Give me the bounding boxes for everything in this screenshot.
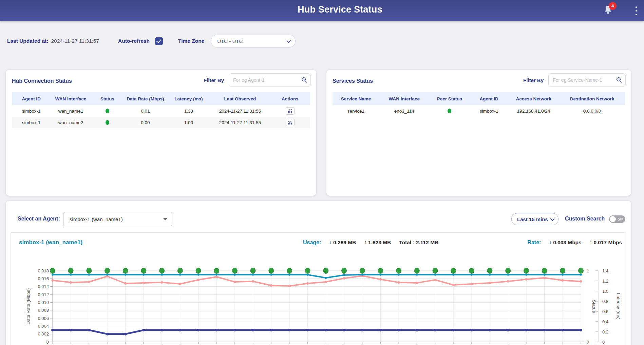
- usage-download: ↓0.289 MB: [329, 239, 356, 246]
- svg-text:0.012: 0.012: [38, 292, 49, 297]
- hub-filter-label: Filter By: [204, 77, 224, 83]
- cell-status: [91, 120, 124, 125]
- auto-refresh-label: Auto-refresh: [118, 38, 150, 44]
- notification-badge: 4: [609, 2, 617, 10]
- status-dot-up: [106, 109, 109, 113]
- search-icon[interactable]: [301, 77, 307, 84]
- auto-refresh-checkbox[interactable]: [155, 37, 163, 45]
- usage-label: Usage:: [303, 239, 321, 246]
- rate-upload: ↑0.017 Mbps: [590, 239, 622, 246]
- traffic-chart-card: simbox-1 (wan_name1) Usage: ↓0.289 MB ↑1…: [11, 232, 626, 345]
- svg-text:0: 0: [587, 340, 589, 345]
- kebab-dot: [636, 10, 637, 12]
- cell-latency: 1.33: [167, 109, 210, 114]
- cell-status: [91, 109, 124, 113]
- svg-text:0: 0: [46, 340, 49, 345]
- up-arrow-icon: ↑: [590, 239, 592, 245]
- svg-text:0.006: 0.006: [38, 316, 49, 321]
- table-row: simbox-1wan_name10.011.332024-11-27 11:3…: [12, 105, 310, 117]
- cell-wan_interface: wan_name2: [51, 120, 91, 125]
- column-header-last_observed: Last Observed: [210, 96, 270, 101]
- kebab-menu-button[interactable]: [633, 6, 639, 16]
- svg-text:0.016: 0.016: [38, 276, 49, 281]
- custom-search-toggle[interactable]: OFF: [609, 215, 625, 223]
- svg-text:Latency (ms): Latency (ms): [616, 293, 621, 320]
- column-header-wan_interface: WAN Interface: [51, 96, 91, 101]
- usage-total: Total : 2.112 MB: [399, 239, 438, 246]
- svg-text:0.4: 0.4: [602, 319, 608, 324]
- svg-text:0.008: 0.008: [38, 308, 49, 313]
- column-header-actions: Actions: [270, 96, 310, 101]
- svg-text:0.018: 0.018: [38, 268, 49, 273]
- caret-down-icon: [163, 218, 167, 221]
- column-header-agent_id: Agent ID: [12, 96, 51, 101]
- cell-agent_id: simbox-1: [12, 109, 51, 114]
- timezone-select[interactable]: UTC - UTC: [211, 35, 296, 47]
- cell-latency: 1.00: [167, 120, 210, 125]
- cell-last_observed: 2024-11-27 11:31:55: [210, 120, 270, 125]
- svg-text:0.8: 0.8: [602, 299, 608, 304]
- column-header-access_network: Access Network: [508, 96, 559, 101]
- agent-chart-section: Select an Agent: simbox-1 (wan_name1) La…: [6, 201, 631, 345]
- traffic-chart: 00.0020.0040.0060.0080.0100.0120.0140.01…: [11, 252, 626, 345]
- toggle-knob: [610, 216, 616, 222]
- up-arrow-icon: ↑: [364, 239, 367, 245]
- svg-text:0.014: 0.014: [38, 284, 49, 289]
- rate-download: ↓0.003 Mbps: [549, 239, 581, 246]
- down-arrow-icon: ↓: [549, 239, 552, 245]
- svg-text:0.6: 0.6: [602, 309, 608, 314]
- time-range-select[interactable]: Last 15 mins: [511, 213, 558, 225]
- svg-text:0.004: 0.004: [38, 324, 49, 329]
- agent-select[interactable]: simbox-1 (wan_name1): [63, 212, 172, 226]
- services-table: Service NameWAN InterfacePeer StatusAgen…: [333, 92, 625, 117]
- usage-upload: ↑1.823 MB: [364, 239, 391, 246]
- view-chart-button[interactable]: [286, 119, 295, 126]
- view-chart-button[interactable]: [286, 107, 295, 115]
- cell-data_rate: 0.00: [124, 120, 167, 125]
- toggle-state-label: OFF: [618, 218, 623, 221]
- kebab-dot: [636, 6, 637, 8]
- cell-access_network: 192.168.41.0/24: [508, 109, 559, 114]
- status-dot-up: [448, 109, 451, 113]
- page-title: Hub Service Status: [298, 4, 382, 15]
- last-updated-value: 2024-11-27 11:31:57: [51, 38, 99, 44]
- cell-peer_status: [429, 109, 470, 113]
- svg-text:1: 1: [587, 268, 589, 273]
- hub-connection-status-panel: Hub Connection Status Filter By Agent ID…: [6, 70, 316, 196]
- hub-filter-input[interactable]: [229, 73, 311, 87]
- status-dot-up: [106, 120, 109, 125]
- cell-destination_network: 0.0.0.0/0: [559, 109, 625, 114]
- svg-text:1.0: 1.0: [602, 289, 608, 294]
- notification-bell-button[interactable]: 4: [603, 4, 615, 17]
- services-filter-input[interactable]: [548, 73, 626, 87]
- select-agent-label: Select an Agent:: [18, 216, 60, 222]
- rate-label: Rate:: [527, 239, 541, 246]
- svg-text:0.010: 0.010: [38, 300, 49, 305]
- column-header-data_rate: Data Rate (Mbps): [124, 96, 167, 101]
- svg-text:0.002: 0.002: [38, 331, 49, 337]
- hub-panel-title: Hub Connection Status: [12, 78, 72, 84]
- cell-wan_interface: wan_name1: [51, 109, 91, 114]
- column-header-agent_id: Agent ID: [470, 96, 508, 101]
- cell-data_rate: 0.01: [124, 109, 167, 114]
- svg-text:1.4: 1.4: [602, 268, 608, 273]
- column-header-status: Status: [91, 96, 124, 101]
- app-header: Hub Service Status 4: [0, 0, 644, 21]
- search-icon[interactable]: [616, 77, 622, 84]
- time-range-value: Last 15 mins: [517, 216, 550, 222]
- table-header-row: Service NameWAN InterfacePeer StatusAgen…: [333, 92, 625, 105]
- down-arrow-icon: ↓: [329, 239, 332, 245]
- svg-text:0: 0: [602, 340, 605, 345]
- services-panel-title: Services Status: [333, 78, 373, 84]
- table-row: simbox-1wan_name20.001.002024-11-27 11:3…: [12, 117, 310, 128]
- column-header-peer_status: Peer Status: [429, 96, 470, 101]
- column-header-destination_network: Destination Network: [559, 96, 625, 101]
- svg-text:1.2: 1.2: [602, 279, 608, 284]
- time-zone-label: Time Zone: [178, 38, 204, 44]
- cell-service_name: service1: [333, 109, 379, 114]
- cell-last_observed: 2024-11-27 11:31:55: [210, 109, 270, 114]
- toolbar: Last Updated at: 2024-11-27 11:31:57 Aut…: [7, 34, 296, 48]
- svg-text:0.2: 0.2: [602, 329, 608, 334]
- chevron-down-icon: [550, 216, 555, 221]
- cell-agent_id: simbox-1: [470, 109, 508, 114]
